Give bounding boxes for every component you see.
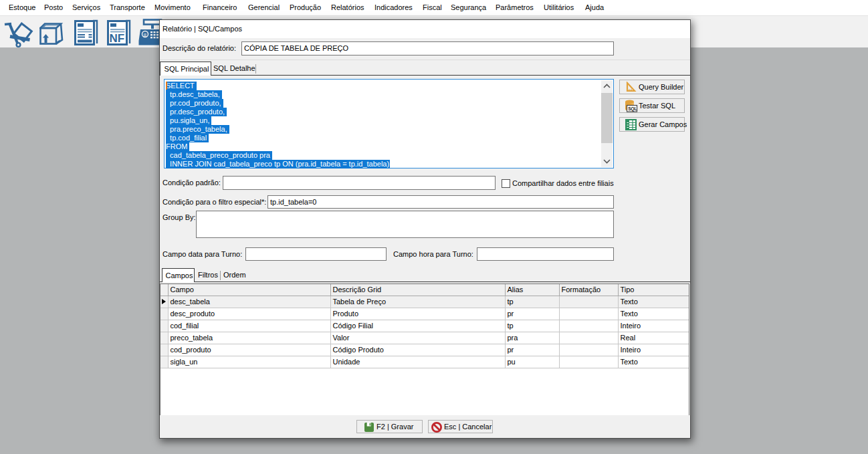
svg-text:NF: NF — [110, 32, 125, 45]
svg-text:8: 8 — [144, 32, 147, 38]
svg-text:SQL: SQL — [628, 106, 637, 112]
